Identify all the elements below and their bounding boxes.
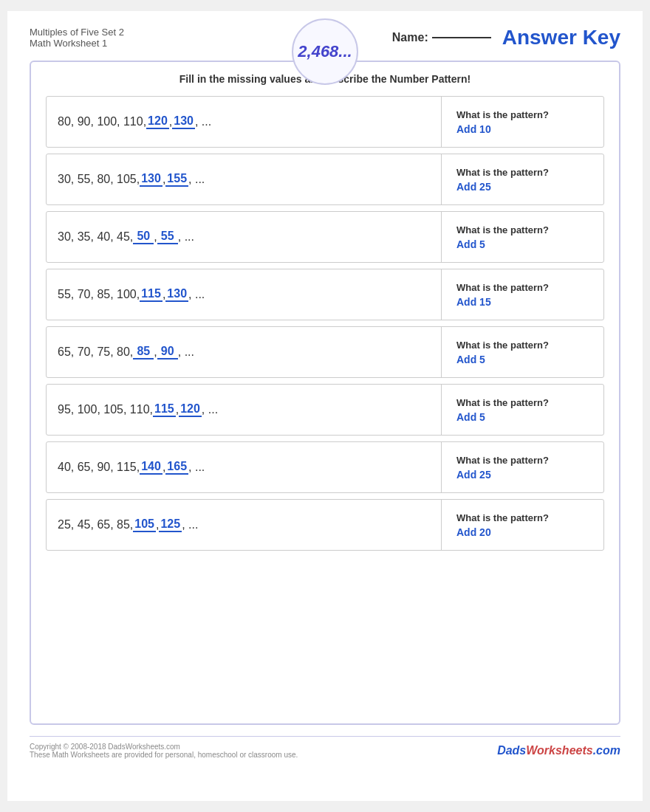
name-label: Name:	[392, 31, 428, 44]
pattern-answer: Add 10	[456, 123, 589, 135]
pattern-question: What is the pattern?	[456, 397, 589, 408]
header-left: Multiples of Five Set 2 Math Worksheet 1	[30, 27, 325, 49]
sequence-suffix: , ...	[195, 115, 211, 128]
pattern-question: What is the pattern?	[456, 109, 589, 120]
name-underline	[432, 37, 491, 38]
sequence-prefix: 65, 70, 75, 80,	[58, 345, 133, 359]
sequence-part: 40, 65, 90, 115, 140 , 165, ...	[47, 442, 441, 492]
sequence-prefix: 40, 65, 90, 115,	[58, 461, 140, 474]
logo-circle: 2,468...	[292, 18, 358, 85]
copyright: Copyright © 2008-2018 DadsWorksheets.com	[30, 743, 298, 751]
sequence-part: 25, 45, 65, 85, 105 , 125, ...	[47, 500, 441, 550]
problem-row: 95, 100, 105, 110, 115 , 120, ...What is…	[46, 384, 604, 436]
problems-container: 80, 90, 100, 110, 120 , 130, ...What is …	[46, 96, 604, 551]
problem-row: 30, 55, 80, 105, 130 , 155, ...What is t…	[46, 154, 604, 205]
sequence-suffix: , ...	[202, 403, 218, 416]
answer-1: 140	[140, 460, 162, 475]
sequence-part: 30, 35, 40, 45, 50 , 55, ...	[47, 212, 441, 262]
sequence-prefix: 55, 70, 85, 100,	[58, 288, 140, 301]
footer: Copyright © 2008-2018 DadsWorksheets.com…	[30, 736, 620, 759]
answer-2: 165	[165, 460, 188, 475]
pattern-question: What is the pattern?	[456, 455, 589, 466]
brand-domain: .com	[593, 744, 620, 757]
pattern-answer: Add 15	[456, 296, 589, 308]
sequence-prefix: 80, 90, 100, 110,	[58, 115, 146, 128]
pattern-question: What is the pattern?	[456, 167, 589, 178]
problem-row: 25, 45, 65, 85, 105 , 125, ...What is th…	[46, 499, 604, 551]
answer-2: 120	[179, 402, 202, 417]
title-line1: Multiples of Five Set 2	[30, 27, 325, 38]
brand-worksheets: Worksheets	[526, 744, 592, 757]
answer-2: 90	[157, 345, 178, 359]
sequence-suffix: , ...	[188, 173, 205, 186]
sequence-suffix: , ...	[188, 461, 205, 474]
answer-2: 125	[159, 517, 182, 532]
pattern-answer: Add 5	[456, 354, 589, 365]
answer-1: 120	[146, 114, 169, 129]
answer-1: 115	[153, 402, 176, 417]
pattern-answer: Add 20	[456, 526, 589, 538]
problem-row: 55, 70, 85, 100, 115 , 130, ...What is t…	[46, 269, 604, 320]
pattern-answer: Add 25	[456, 181, 589, 193]
sequence-prefix: 30, 35, 40, 45,	[58, 230, 133, 244]
pattern-question: What is the pattern?	[456, 512, 589, 523]
header-right: Name: Answer Key	[325, 26, 620, 49]
sequence-prefix: 30, 55, 80, 105,	[58, 173, 140, 186]
header: Multiples of Five Set 2 Math Worksheet 1…	[30, 26, 620, 49]
pattern-part: What is the pattern?Add 10	[441, 97, 603, 147]
sequence-prefix: 25, 45, 65, 85,	[58, 518, 133, 531]
pattern-answer: Add 25	[456, 469, 589, 481]
answer-1: 50	[133, 230, 154, 244]
footer-left: Copyright © 2008-2018 DadsWorksheets.com…	[30, 743, 298, 759]
footer-brand: DadsWorksheets.com	[497, 744, 620, 757]
sequence-suffix: , ...	[182, 518, 198, 531]
answer-1: 85	[133, 345, 154, 359]
pattern-answer: Add 5	[456, 238, 589, 250]
answer-2: 130	[172, 114, 195, 129]
pattern-part: What is the pattern?Add 5	[441, 385, 603, 435]
answer-1: 115	[140, 287, 162, 302]
sequence-prefix: 95, 100, 105, 110,	[58, 403, 153, 416]
sequence-suffix: , ...	[178, 345, 194, 359]
answer-1: 130	[140, 172, 162, 187]
pattern-question: What is the pattern?	[456, 224, 589, 235]
sequence-part: 55, 70, 85, 100, 115 , 130, ...	[47, 269, 441, 320]
content-box: Fill in the missing values and describe …	[30, 61, 620, 725]
pattern-question: What is the pattern?	[456, 282, 589, 293]
sequence-suffix: , ...	[178, 230, 194, 244]
pattern-part: What is the pattern?Add 5	[441, 327, 603, 377]
page: Multiples of Five Set 2 Math Worksheet 1…	[7, 11, 643, 801]
pattern-question: What is the pattern?	[456, 340, 589, 351]
answer-2: 130	[165, 287, 188, 302]
pattern-part: What is the pattern?Add 5	[441, 212, 603, 262]
footer-note: These Math Worksheets are provided for p…	[30, 751, 298, 759]
problem-row: 40, 65, 90, 115, 140 , 165, ...What is t…	[46, 441, 604, 493]
answer-1: 105	[133, 517, 156, 532]
pattern-part: What is the pattern?Add 15	[441, 269, 603, 320]
problem-row: 65, 70, 75, 80, 85 , 90, ...What is the …	[46, 326, 604, 378]
problem-row: 30, 35, 40, 45, 50 , 55, ...What is the …	[46, 211, 604, 263]
sequence-suffix: , ...	[188, 288, 205, 301]
answer-2: 155	[165, 172, 188, 187]
title-line2: Math Worksheet 1	[30, 38, 325, 49]
pattern-answer: Add 5	[456, 411, 589, 423]
pattern-part: What is the pattern?Add 25	[441, 154, 603, 204]
pattern-part: What is the pattern?Add 25	[441, 442, 603, 492]
sequence-part: 30, 55, 80, 105, 130 , 155, ...	[47, 154, 441, 204]
answer-2: 55	[157, 230, 178, 244]
problem-row: 80, 90, 100, 110, 120 , 130, ...What is …	[46, 96, 604, 148]
sequence-part: 65, 70, 75, 80, 85 , 90, ...	[47, 327, 441, 377]
sequence-part: 95, 100, 105, 110, 115 , 120, ...	[47, 385, 441, 435]
answer-key-label: Answer Key	[502, 26, 620, 49]
sequence-part: 80, 90, 100, 110, 120 , 130, ...	[47, 97, 441, 147]
brand-dads: Dads	[497, 744, 526, 757]
pattern-part: What is the pattern?Add 20	[441, 500, 603, 550]
